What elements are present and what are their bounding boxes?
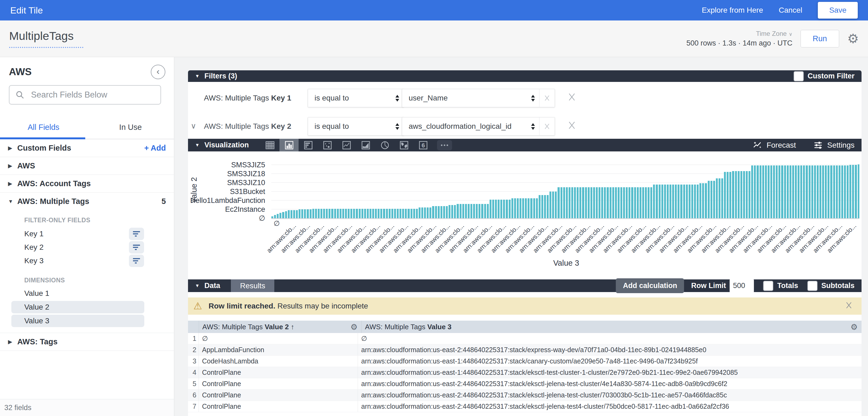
chart-bar[interactable] (539, 195, 540, 218)
chart-bar[interactable] (634, 187, 636, 218)
chart-bar[interactable] (473, 204, 475, 218)
chart-bar[interactable] (410, 209, 412, 218)
chart-bar[interactable] (773, 166, 775, 218)
chart-bar[interactable] (478, 204, 480, 218)
chart-bar[interactable] (460, 204, 462, 218)
query-title[interactable]: MultipleTags (9, 29, 83, 48)
chart-bar[interactable] (340, 209, 341, 218)
chart-bar[interactable] (331, 209, 333, 218)
field-search-box[interactable] (9, 85, 161, 105)
chart-bar[interactable] (544, 195, 546, 218)
sidebar-field-key-2[interactable]: Key 2 (0, 241, 174, 254)
sidebar-item-aws-account-tags[interactable]: ▶ AWS: Account Tags (0, 175, 174, 193)
chart-bar[interactable] (435, 206, 437, 218)
chart-bar[interactable] (798, 166, 800, 218)
bar-series[interactable] (271, 162, 859, 218)
chart-bar[interactable] (416, 209, 418, 218)
chart-bar[interactable] (711, 181, 712, 218)
chart-bar[interactable] (536, 198, 538, 218)
chart-bar[interactable] (700, 183, 701, 218)
filter-by-field-button[interactable] (129, 228, 144, 240)
chart-bar[interactable] (440, 206, 442, 218)
chart-bar[interactable] (574, 187, 576, 218)
table-row[interactable]: 2AppLambdaFunctionarn:aws:cloudformation… (188, 344, 862, 356)
filter-operator-select[interactable]: is equal to (308, 117, 404, 136)
value-3-cell[interactable]: arn:aws:cloudformation:us-east-1:4486402… (358, 367, 862, 378)
chart-bar[interactable] (847, 166, 848, 218)
chart-bar[interactable] (789, 166, 792, 218)
chart-bar[interactable] (732, 171, 734, 218)
chart-bar[interactable] (448, 205, 451, 218)
chart-bar[interactable] (746, 171, 748, 218)
row-limit-input[interactable] (730, 279, 754, 293)
chart-bar[interactable] (765, 166, 767, 218)
explore-from-here-button[interactable]: Explore from Here (702, 6, 763, 14)
chart-bar[interactable] (691, 184, 693, 218)
column-chart-icon[interactable] (279, 139, 299, 151)
chart-bar[interactable] (429, 207, 431, 218)
chart-bar[interactable] (558, 187, 559, 218)
chart-bar[interactable] (413, 209, 415, 218)
chart-bar[interactable] (828, 166, 830, 218)
chart-bar[interactable] (555, 192, 557, 218)
value-3-cell[interactable]: arn:aws:cloudformation:us-east-1:4486402… (358, 356, 862, 367)
chart-bar[interactable] (304, 209, 306, 218)
table-row[interactable]: 6ControlPlanearn:aws:cloudformation:us-e… (188, 390, 862, 401)
chart-bar[interactable] (596, 187, 598, 218)
chart-bar[interactable] (686, 184, 688, 218)
chart-bar[interactable] (509, 200, 510, 218)
chart-bar[interactable] (618, 187, 620, 218)
chart-bar[interactable] (667, 184, 669, 218)
chart-bar[interactable] (803, 166, 805, 218)
chart-bar[interactable] (623, 187, 625, 218)
chart-bar[interactable] (620, 187, 622, 218)
time-zone-dropdown[interactable]: Time Zone∨ (686, 30, 793, 37)
area-chart-icon[interactable] (356, 139, 375, 151)
chart-bar[interactable] (408, 209, 409, 218)
chart-bar[interactable] (825, 166, 827, 218)
search-input[interactable] (30, 90, 155, 100)
run-button[interactable]: Run (801, 30, 839, 47)
sidebar-item-custom-fields[interactable]: ▶ Custom Fields + Add (0, 139, 174, 157)
sidebar-field-value-3[interactable]: Value 3 (11, 315, 144, 327)
chart-bar[interactable] (400, 209, 401, 218)
chart-bar[interactable] (383, 209, 385, 218)
chart-bar[interactable] (271, 216, 273, 218)
value-2-cell[interactable]: CodeHashLambda (199, 356, 358, 367)
table-row[interactable]: 3CodeHashLambdaarn:aws:cloudformation:us… (188, 356, 862, 367)
chart-bar[interactable] (301, 209, 303, 218)
line-chart-icon[interactable] (337, 139, 356, 151)
chart-bar[interactable] (768, 166, 770, 218)
chart-bar[interactable] (506, 200, 508, 218)
chart-bar[interactable] (454, 205, 456, 218)
chart-bar[interactable] (590, 187, 592, 218)
chart-bar[interactable] (822, 166, 824, 218)
chart-bar[interactable] (282, 212, 284, 218)
chart-bar[interactable] (498, 200, 500, 218)
sidebar-field-key-1[interactable]: Key 1 (0, 227, 174, 241)
chart-bar[interactable] (645, 187, 647, 218)
data-panel-header[interactable]: ▼ Data Results Add calculation Row Limit… (188, 279, 862, 292)
chart-bar[interactable] (689, 184, 690, 218)
value-3-cell[interactable]: arn:aws:cloudformation:us-east-2:4486402… (358, 344, 862, 355)
chart-bar[interactable] (375, 209, 377, 218)
chart-bar[interactable] (315, 209, 317, 218)
column-gear-icon[interactable]: ⚙ (350, 322, 358, 332)
chart-bar[interactable] (680, 184, 682, 218)
chart-bar[interactable] (705, 183, 707, 218)
chart-bar[interactable] (274, 215, 276, 218)
single-value-icon[interactable]: 6 (413, 139, 433, 151)
bar-chart-icon[interactable] (299, 139, 318, 151)
chart-bar[interactable] (648, 187, 650, 218)
chart-bar[interactable] (337, 209, 339, 218)
value-3-cell[interactable]: arn:aws:cloudformation:us-east-2:4486402… (358, 378, 862, 389)
chart-bar[interactable] (806, 166, 808, 218)
table-row[interactable]: 5ControlPlanearn:aws:cloudformation:us-e… (188, 378, 862, 390)
chart-bar[interactable] (394, 209, 396, 218)
chart-bar[interactable] (814, 166, 816, 218)
chart-bar[interactable] (293, 210, 295, 218)
filters-panel-header[interactable]: ▼ Filters (3) Custom Filter (188, 70, 862, 82)
chart-bar[interactable] (552, 192, 554, 218)
chart-bar[interactable] (577, 187, 579, 218)
value-2-cell[interactable]: ControlPlane (199, 390, 358, 401)
